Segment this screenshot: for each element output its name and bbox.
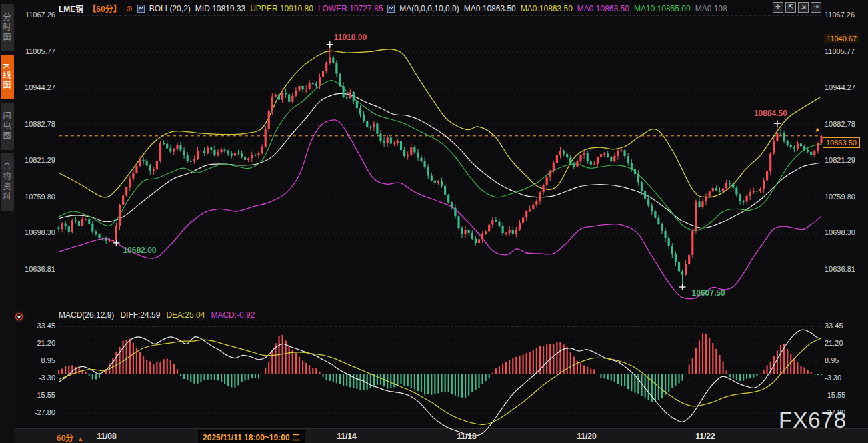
price-axis-label: 10698.30 xyxy=(17,228,55,236)
macd-axis-label: 33.45 xyxy=(17,322,55,330)
ma-white-value: MA0:10863.50 xyxy=(464,4,516,13)
macd-axis-label: 21.20 xyxy=(17,339,55,347)
price-axis-label: 10698.30 xyxy=(825,228,855,236)
macd-lines xyxy=(59,330,821,436)
time-axis-label: 11/18 xyxy=(457,432,476,441)
overlay-lines xyxy=(59,49,821,299)
mouse-cursor: ▲ xyxy=(813,125,821,133)
session-high-badge: 11040.67 xyxy=(824,34,859,43)
macd-axis-label: -15.55 xyxy=(825,391,845,399)
period-selector-label: 60分 xyxy=(57,434,73,443)
extreme-price-label: 10682.00 xyxy=(123,246,156,255)
macd-dea-value: DEA:25.04 xyxy=(166,310,205,320)
boll_upper-line xyxy=(59,49,821,197)
macd-header: MACD(26,12,9) DIFF:24.59 DEA:25.04 MACD:… xyxy=(59,310,255,320)
boll-mid-value: MID:10819.33 xyxy=(195,4,245,13)
sidebar-tab-contract-info[interactable]: 合约资料 xyxy=(1,153,14,211)
chart-type-sidebar: 分时图 K线图 闪电图 合约资料 xyxy=(0,0,15,443)
scale-right-icon[interactable]: ⇲ xyxy=(798,2,809,13)
sidebar-tab-lightning[interactable]: 闪电图 xyxy=(1,103,14,150)
macd-axis-label: -15.55 xyxy=(17,391,55,399)
period-label: 【60分】 xyxy=(88,3,121,14)
chart-header: LME铜 【60分】 ⊕ BOLL(20,2) MID:10819.33 UPP… xyxy=(59,3,727,14)
macd-axis-label: -3.30 xyxy=(825,374,841,382)
price-axis-label: 10944.27 xyxy=(17,83,55,91)
settings-icon[interactable]: ⊕ xyxy=(126,4,133,13)
candles xyxy=(57,45,822,287)
dea-line xyxy=(59,338,821,425)
extreme-price-label: 10607.50 xyxy=(692,288,725,298)
grid xyxy=(59,15,821,426)
boll_lower-line xyxy=(59,120,821,299)
ma-indicator-icon[interactable] xyxy=(387,4,395,13)
period-selector[interactable]: 60分▲ xyxy=(57,432,83,443)
price-axis-label: 11005.77 xyxy=(825,47,855,55)
scale-left-icon[interactable]: ⇱ xyxy=(785,2,796,13)
extreme-price-label: 10884.50 xyxy=(754,109,787,118)
time-axis-label: 11/14 xyxy=(337,432,356,441)
macd-axis-label: -27.80 xyxy=(17,408,55,416)
ma10-line xyxy=(59,81,821,231)
boll-upper-value: UPPER:10910.80 xyxy=(250,4,313,13)
extreme-price-label: 11018.00 xyxy=(334,33,367,42)
macd-settings-icon[interactable] xyxy=(15,313,23,320)
macd-name: MACD(26,12,9) xyxy=(59,310,114,320)
diff-line xyxy=(59,330,821,436)
trading-chart-window: 分时图 K线图 闪电图 合约资料 LME铜 【60分】 ⊕ BOLL(20,2)… xyxy=(0,0,868,443)
ma-gray-value: MA0:108 xyxy=(695,4,727,13)
price-axis-label: 10759.80 xyxy=(825,193,855,201)
price-axis-label: 10882.78 xyxy=(825,120,855,128)
pan-next-icon[interactable]: ⇥ xyxy=(811,2,821,13)
ma-yellow-value: MA0:10863.50 xyxy=(521,4,573,13)
macd-macd-value: MACD:-0.92 xyxy=(211,310,255,320)
symbol-name: LME铜 xyxy=(59,3,83,14)
price-axis-label: 10636.81 xyxy=(17,265,55,273)
price-axis-label: 11067.26 xyxy=(825,11,855,19)
sidebar-tab-kline[interactable]: K线图 xyxy=(1,55,14,99)
macd-diff-value: DIFF:24.59 xyxy=(120,310,160,320)
boll-indicator-icon[interactable] xyxy=(137,4,145,13)
price-axis-label: 10944.27 xyxy=(825,83,855,91)
price-axis-label: 11067.26 xyxy=(17,11,55,19)
macd-axis-label: 8.95 xyxy=(17,356,55,364)
boll-lower-value: LOWER:10727.85 xyxy=(318,4,383,13)
time-axis-label: 11/08 xyxy=(97,432,116,441)
macd-axis-label: 8.95 xyxy=(825,356,839,364)
chevron-up-icon: ▲ xyxy=(77,436,83,442)
ma-magenta-value: MA0:10863.50 xyxy=(577,4,629,13)
price-axis-label: 10821.29 xyxy=(17,156,55,164)
sidebar-tab-timeline[interactable]: 分时图 xyxy=(1,4,14,51)
candlestick-macd-canvas[interactable] xyxy=(0,0,868,443)
price-axis-label: 10882.78 xyxy=(17,120,55,128)
time-axis-label: 11/22 xyxy=(695,432,715,441)
price-axis-label: 10759.80 xyxy=(17,193,55,201)
ma-name: MA(0,0,0,10,0,0) xyxy=(399,4,459,13)
last-price-badge: 10863.50 xyxy=(823,137,860,148)
price-axis-label: 10636.81 xyxy=(825,265,855,273)
macd-axis-label: -3.30 xyxy=(17,374,55,382)
macd-axis-label: 33.45 xyxy=(825,322,843,330)
price-axis-label: 10821.29 xyxy=(825,156,855,164)
ma-green-value: MA10:10855.00 xyxy=(634,4,691,13)
boll-name: BOLL(20,2) xyxy=(149,4,191,13)
price-axis-label: 11005.77 xyxy=(17,47,55,55)
chart-toolbar: ✛ ⇱ ⇲ ⇥ xyxy=(773,2,821,13)
macd-axis-label: 21.20 xyxy=(825,339,843,347)
time-axis-highlight: 2025/11/11 18:00~19:00 二 xyxy=(198,430,305,443)
fx678-watermark: FX678 xyxy=(779,408,847,433)
time-axis-label: 11/20 xyxy=(577,432,596,441)
crosshair-icon[interactable]: ✛ xyxy=(773,2,783,13)
